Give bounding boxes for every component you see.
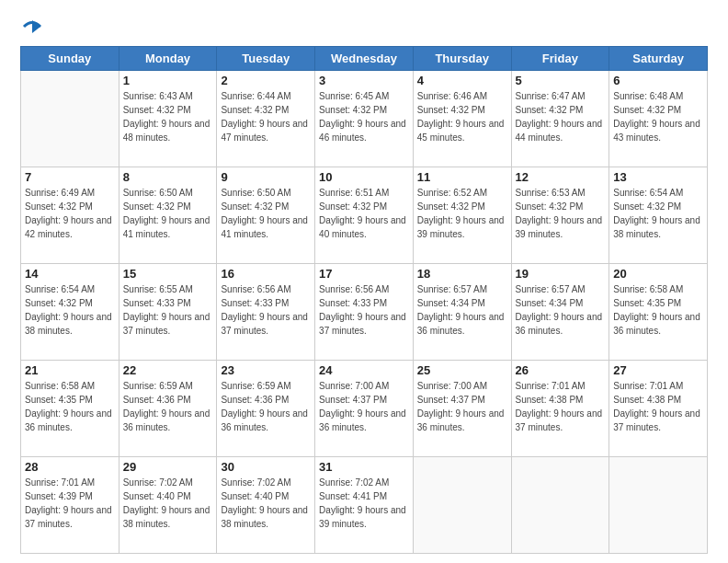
day-info: Sunrise: 7:01 AMSunset: 4:38 PMDaylight:… (516, 379, 606, 434)
day-info: Sunrise: 6:59 AMSunset: 4:36 PMDaylight:… (123, 379, 213, 434)
day-info: Sunrise: 7:02 AMSunset: 4:41 PMDaylight:… (319, 476, 409, 531)
day-info: Sunrise: 6:59 AMSunset: 4:36 PMDaylight:… (221, 379, 311, 434)
day-number: 7 (25, 170, 115, 184)
calendar-cell: 8Sunrise: 6:50 AMSunset: 4:32 PMDaylight… (119, 167, 217, 264)
day-number: 14 (25, 267, 115, 281)
day-number: 19 (516, 267, 606, 281)
day-info: Sunrise: 6:50 AMSunset: 4:32 PMDaylight:… (123, 186, 213, 241)
calendar-cell: 6Sunrise: 6:48 AMSunset: 4:32 PMDaylight… (609, 71, 708, 167)
day-number: 10 (319, 170, 409, 184)
day-number: 4 (417, 74, 507, 87)
day-number: 12 (516, 170, 606, 184)
day-info: Sunrise: 7:00 AMSunset: 4:37 PMDaylight:… (417, 379, 507, 434)
calendar-cell (511, 457, 609, 554)
calendar-cell: 15Sunrise: 6:55 AMSunset: 4:33 PMDayligh… (119, 264, 217, 361)
weekday-header-monday: Monday (119, 47, 217, 71)
day-info: Sunrise: 6:58 AMSunset: 4:35 PMDaylight:… (25, 379, 115, 434)
calendar-cell: 28Sunrise: 7:01 AMSunset: 4:39 PMDayligh… (21, 457, 119, 554)
day-info: Sunrise: 7:01 AMSunset: 4:38 PMDaylight:… (613, 379, 703, 434)
day-info: Sunrise: 6:46 AMSunset: 4:32 PMDaylight:… (417, 89, 507, 144)
week-row-2: 14Sunrise: 6:54 AMSunset: 4:32 PMDayligh… (21, 264, 708, 361)
week-row-3: 21Sunrise: 6:58 AMSunset: 4:35 PMDayligh… (21, 361, 708, 457)
day-info: Sunrise: 6:55 AMSunset: 4:33 PMDaylight:… (123, 282, 213, 338)
day-number: 11 (417, 170, 507, 184)
day-info: Sunrise: 6:56 AMSunset: 4:33 PMDaylight:… (319, 282, 409, 338)
logo-icon (22, 17, 42, 37)
calendar-cell: 21Sunrise: 6:58 AMSunset: 4:35 PMDayligh… (21, 361, 119, 457)
day-info: Sunrise: 7:02 AMSunset: 4:40 PMDaylight:… (123, 476, 213, 531)
calendar-cell: 23Sunrise: 6:59 AMSunset: 4:36 PMDayligh… (217, 361, 315, 457)
weekday-header-thursday: Thursday (413, 47, 511, 71)
calendar-table: SundayMondayTuesdayWednesdayThursdayFrid… (20, 46, 708, 554)
calendar-cell: 5Sunrise: 6:47 AMSunset: 4:32 PMDaylight… (511, 71, 609, 167)
calendar-cell (609, 457, 708, 554)
weekday-header-row: SundayMondayTuesdayWednesdayThursdayFrid… (21, 47, 708, 71)
weekday-header-wednesday: Wednesday (315, 47, 414, 71)
header (20, 17, 708, 37)
calendar-cell: 25Sunrise: 7:00 AMSunset: 4:37 PMDayligh… (413, 361, 511, 457)
day-info: Sunrise: 6:53 AMSunset: 4:32 PMDaylight:… (516, 186, 606, 241)
day-number: 25 (417, 363, 507, 377)
day-number: 13 (613, 170, 703, 184)
day-number: 29 (123, 460, 213, 474)
day-number: 15 (123, 267, 213, 281)
calendar-cell: 13Sunrise: 6:54 AMSunset: 4:32 PMDayligh… (609, 167, 708, 264)
day-number: 9 (221, 170, 311, 184)
day-number: 23 (221, 363, 311, 377)
day-info: Sunrise: 7:01 AMSunset: 4:39 PMDaylight:… (25, 476, 115, 531)
day-number: 2 (221, 74, 311, 87)
week-row-1: 7Sunrise: 6:49 AMSunset: 4:32 PMDaylight… (21, 167, 708, 264)
calendar-cell: 3Sunrise: 6:45 AMSunset: 4:32 PMDaylight… (315, 71, 414, 167)
day-info: Sunrise: 7:02 AMSunset: 4:40 PMDaylight:… (221, 476, 311, 531)
day-info: Sunrise: 6:50 AMSunset: 4:32 PMDaylight:… (221, 186, 311, 241)
calendar-cell (413, 457, 511, 554)
day-info: Sunrise: 6:45 AMSunset: 4:32 PMDaylight:… (319, 89, 409, 144)
day-info: Sunrise: 6:57 AMSunset: 4:34 PMDaylight:… (516, 282, 606, 338)
weekday-header-tuesday: Tuesday (217, 47, 315, 71)
day-number: 30 (221, 460, 311, 474)
weekday-header-friday: Friday (511, 47, 609, 71)
week-row-4: 28Sunrise: 7:01 AMSunset: 4:39 PMDayligh… (21, 457, 708, 554)
day-number: 17 (319, 267, 409, 281)
calendar-cell: 10Sunrise: 6:51 AMSunset: 4:32 PMDayligh… (315, 167, 414, 264)
day-number: 6 (613, 74, 703, 87)
day-info: Sunrise: 6:56 AMSunset: 4:33 PMDaylight:… (221, 282, 311, 338)
day-info: Sunrise: 6:58 AMSunset: 4:35 PMDaylight:… (613, 282, 703, 338)
calendar-cell: 7Sunrise: 6:49 AMSunset: 4:32 PMDaylight… (21, 167, 119, 264)
day-info: Sunrise: 6:57 AMSunset: 4:34 PMDaylight:… (417, 282, 507, 338)
calendar-cell: 26Sunrise: 7:01 AMSunset: 4:38 PMDayligh… (511, 361, 609, 457)
day-number: 1 (123, 74, 213, 87)
calendar-cell: 17Sunrise: 6:56 AMSunset: 4:33 PMDayligh… (315, 264, 414, 361)
calendar-cell: 29Sunrise: 7:02 AMSunset: 4:40 PMDayligh… (119, 457, 217, 554)
calendar-cell (21, 71, 119, 167)
calendar-cell: 4Sunrise: 6:46 AMSunset: 4:32 PMDaylight… (413, 71, 511, 167)
calendar-cell: 16Sunrise: 6:56 AMSunset: 4:33 PMDayligh… (217, 264, 315, 361)
calendar-cell: 19Sunrise: 6:57 AMSunset: 4:34 PMDayligh… (511, 264, 609, 361)
day-number: 24 (319, 363, 409, 377)
day-number: 28 (25, 460, 115, 474)
day-info: Sunrise: 6:48 AMSunset: 4:32 PMDaylight:… (613, 89, 703, 144)
day-info: Sunrise: 6:54 AMSunset: 4:32 PMDaylight:… (613, 186, 703, 241)
day-number: 20 (613, 267, 703, 281)
calendar-cell: 9Sunrise: 6:50 AMSunset: 4:32 PMDaylight… (217, 167, 315, 264)
calendar-cell: 22Sunrise: 6:59 AMSunset: 4:36 PMDayligh… (119, 361, 217, 457)
calendar-cell: 14Sunrise: 6:54 AMSunset: 4:32 PMDayligh… (21, 264, 119, 361)
day-number: 3 (319, 74, 409, 87)
calendar-cell: 18Sunrise: 6:57 AMSunset: 4:34 PMDayligh… (413, 264, 511, 361)
day-info: Sunrise: 6:43 AMSunset: 4:32 PMDaylight:… (123, 89, 213, 144)
day-number: 5 (516, 74, 606, 87)
calendar-cell: 2Sunrise: 6:44 AMSunset: 4:32 PMDaylight… (217, 71, 315, 167)
day-number: 22 (123, 363, 213, 377)
day-number: 16 (221, 267, 311, 281)
page: SundayMondayTuesdayWednesdayThursdayFrid… (0, 0, 728, 563)
day-info: Sunrise: 7:00 AMSunset: 4:37 PMDaylight:… (319, 379, 409, 434)
calendar-cell: 31Sunrise: 7:02 AMSunset: 4:41 PMDayligh… (315, 457, 414, 554)
day-number: 26 (516, 363, 606, 377)
calendar-cell: 11Sunrise: 6:52 AMSunset: 4:32 PMDayligh… (413, 167, 511, 264)
weekday-header-sunday: Sunday (21, 47, 119, 71)
day-info: Sunrise: 6:51 AMSunset: 4:32 PMDaylight:… (319, 186, 409, 241)
day-number: 21 (25, 363, 115, 377)
day-info: Sunrise: 6:54 AMSunset: 4:32 PMDaylight:… (25, 282, 115, 338)
day-number: 27 (613, 363, 703, 377)
week-row-0: 1Sunrise: 6:43 AMSunset: 4:32 PMDaylight… (21, 71, 708, 167)
